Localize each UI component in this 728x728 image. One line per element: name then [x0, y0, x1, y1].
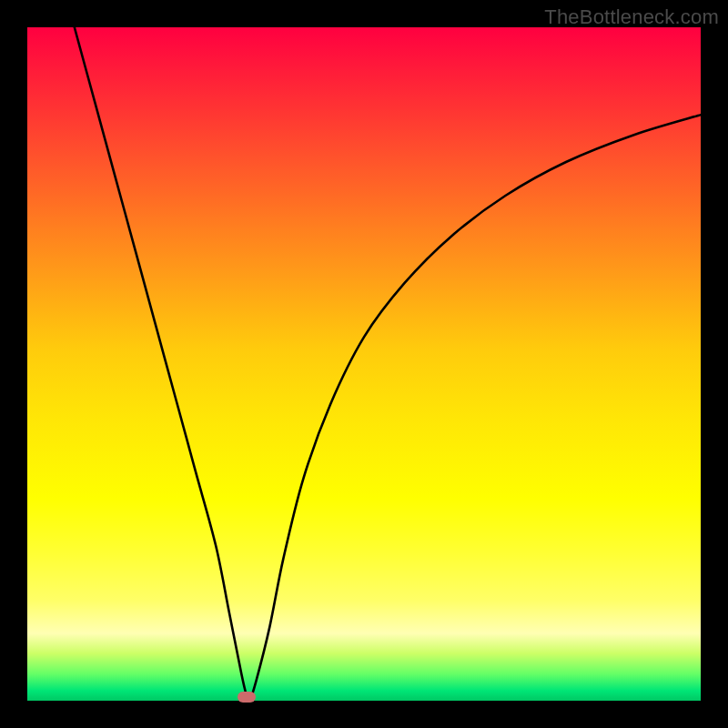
optimum-marker: [238, 692, 256, 703]
bottleneck-curve: [75, 27, 701, 701]
watermark-text: TheBottleneck.com: [544, 5, 719, 29]
plot-area: [27, 27, 701, 701]
curve-svg: [27, 27, 701, 701]
chart-frame: TheBottleneck.com: [0, 0, 728, 728]
